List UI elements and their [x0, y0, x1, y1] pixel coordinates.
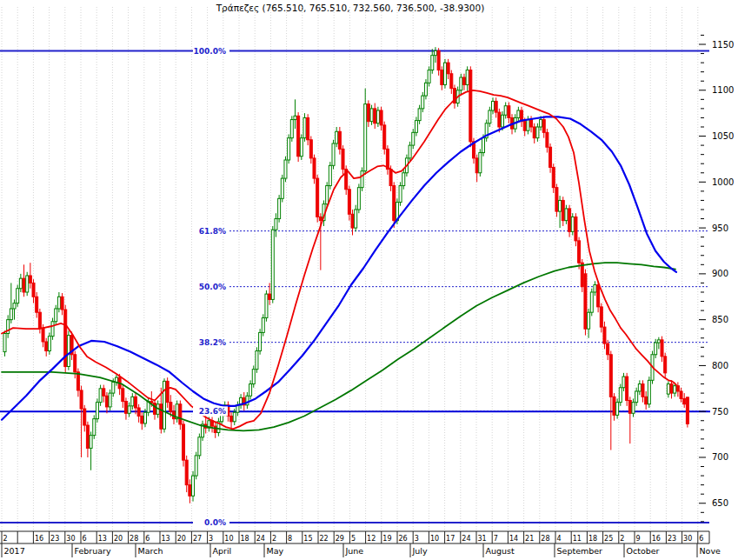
week-label: 16	[652, 535, 661, 543]
candle-up	[409, 145, 411, 158]
fib-label: 100.0%	[194, 47, 227, 56]
candle-up	[527, 120, 529, 131]
y-axis-label: 1100	[712, 85, 734, 95]
candle-up	[262, 318, 264, 333]
candle-up	[536, 127, 539, 138]
candle-down	[575, 217, 577, 240]
candle-up	[492, 101, 495, 110]
week-label: 20	[177, 535, 186, 543]
candle-down	[83, 409, 86, 425]
candle-up	[128, 406, 130, 413]
candle-up	[195, 456, 197, 476]
candle-up	[55, 309, 57, 322]
week-label: 22	[320, 535, 329, 543]
candle-up	[275, 219, 277, 230]
candle-down	[495, 101, 497, 112]
candle-down	[389, 170, 392, 186]
week-label: 16	[35, 535, 43, 543]
candle-up	[3, 333, 6, 351]
candle-down	[351, 214, 354, 228]
candle-up	[332, 143, 335, 165]
candle-up	[10, 309, 12, 320]
y-axis-label: 650	[712, 498, 728, 508]
candle-down	[29, 276, 31, 283]
candle-up	[540, 120, 542, 127]
candle-down	[166, 381, 169, 402]
candle-up	[594, 285, 596, 292]
week-label: 11	[573, 535, 582, 543]
candle-up	[361, 171, 363, 188]
month-label: July	[412, 546, 428, 556]
week-label: 10	[430, 535, 439, 543]
candle-down	[189, 485, 191, 497]
week-label: 9	[636, 535, 641, 543]
week-label: 30	[683, 535, 692, 543]
candle-down	[450, 74, 453, 89]
month-label: February	[75, 546, 111, 556]
candle-up	[402, 173, 405, 186]
week-label: 17	[446, 535, 455, 543]
candle-down	[153, 403, 156, 415]
week-label: 28	[130, 535, 138, 543]
candle-up	[259, 332, 262, 350]
y-axis-label: 850	[712, 315, 728, 324]
candle-down	[584, 274, 587, 329]
candle-up	[616, 403, 619, 416]
month-label: October	[627, 546, 660, 556]
fib-label: 38.2%	[199, 338, 226, 347]
candle-down	[498, 112, 501, 127]
candle-up	[93, 419, 96, 436]
week-label: 23	[668, 535, 676, 543]
week-label: 21	[525, 535, 534, 543]
candle-down	[179, 404, 182, 424]
candle-up	[482, 138, 485, 153]
month-label: 2017	[4, 546, 25, 556]
candle-up	[252, 370, 255, 384]
candle-down	[568, 209, 571, 231]
candle-down	[122, 389, 124, 402]
chart-window: Τράπεζες (765.510, 765.510, 732.560, 736…	[0, 0, 738, 560]
candle-up	[667, 384, 669, 395]
week-label: 27	[193, 535, 202, 543]
candle-up	[198, 437, 201, 456]
candle-down	[342, 149, 344, 169]
candle-up	[294, 116, 296, 119]
candle-down	[76, 372, 79, 390]
candle-up	[13, 303, 16, 309]
month-label: September	[557, 546, 603, 556]
candle-down	[628, 401, 631, 414]
week-label: 2	[3, 535, 8, 543]
week-label: 13	[162, 535, 170, 543]
price-chart: 1150110010501000950900850800750700650216…	[0, 0, 738, 560]
candle-up	[99, 389, 102, 403]
candle-up	[657, 340, 660, 343]
candle-down	[38, 312, 41, 328]
candle-down	[462, 77, 465, 84]
candle-down	[613, 397, 615, 415]
candle-down	[642, 384, 644, 397]
week-label: 6	[83, 535, 87, 543]
candle-down	[23, 278, 25, 292]
candle-down	[686, 397, 688, 424]
week-label: 14	[509, 535, 518, 543]
candle-down	[124, 402, 127, 414]
week-label: 15	[303, 535, 312, 543]
candle-up	[502, 115, 504, 127]
candle-up	[192, 476, 195, 496]
candle-up	[284, 160, 287, 178]
candle-down	[80, 390, 83, 409]
candle-up	[632, 403, 635, 414]
candle-down	[297, 116, 300, 156]
candle-down	[441, 70, 443, 85]
week-label: 8	[288, 535, 292, 543]
y-axis-label: 800	[712, 361, 728, 370]
y-axis-label: 1000	[712, 177, 734, 187]
candle-up	[479, 153, 482, 173]
candle-up	[256, 351, 258, 370]
week-label: 2	[272, 535, 276, 543]
candle-up	[588, 312, 590, 329]
candle-up	[418, 109, 421, 121]
candle-down	[45, 342, 48, 351]
ma-slow	[2, 263, 675, 430]
month-label: June	[345, 546, 364, 556]
